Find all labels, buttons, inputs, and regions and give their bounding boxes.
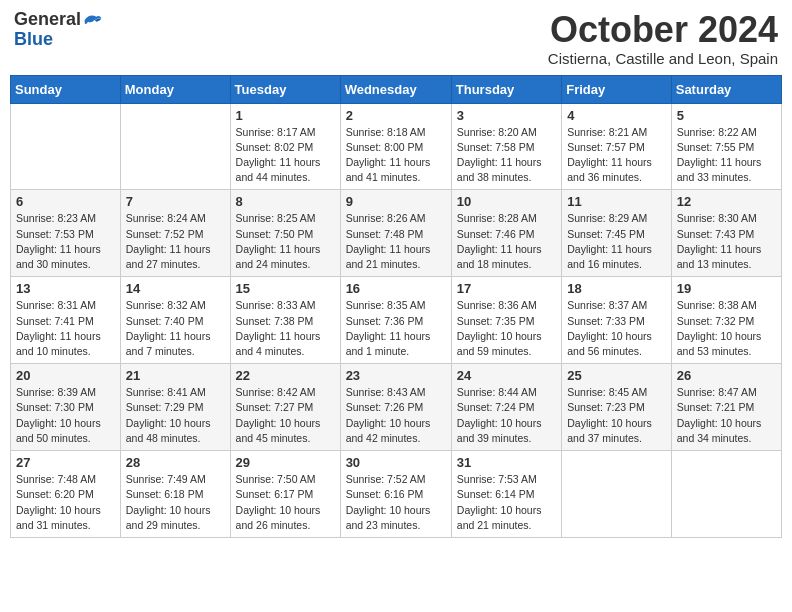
day-number: 23 (346, 368, 446, 383)
day-number: 31 (457, 455, 556, 470)
day-detail: Sunrise: 8:41 AM Sunset: 7:29 PM Dayligh… (126, 385, 225, 446)
day-detail: Sunrise: 7:48 AM Sunset: 6:20 PM Dayligh… (16, 472, 115, 533)
calendar-cell: 2Sunrise: 8:18 AM Sunset: 8:00 PM Daylig… (340, 103, 451, 190)
calendar-week-row: 1Sunrise: 8:17 AM Sunset: 8:02 PM Daylig… (11, 103, 782, 190)
month-title: October 2024 (548, 10, 778, 50)
weekday-header-row: SundayMondayTuesdayWednesdayThursdayFrid… (11, 75, 782, 103)
calendar-cell: 18Sunrise: 8:37 AM Sunset: 7:33 PM Dayli… (562, 277, 672, 364)
weekday-header-tuesday: Tuesday (230, 75, 340, 103)
day-number: 18 (567, 281, 666, 296)
day-number: 16 (346, 281, 446, 296)
day-number: 3 (457, 108, 556, 123)
day-detail: Sunrise: 8:44 AM Sunset: 7:24 PM Dayligh… (457, 385, 556, 446)
calendar-cell: 16Sunrise: 8:35 AM Sunset: 7:36 PM Dayli… (340, 277, 451, 364)
day-detail: Sunrise: 8:23 AM Sunset: 7:53 PM Dayligh… (16, 211, 115, 272)
day-detail: Sunrise: 8:22 AM Sunset: 7:55 PM Dayligh… (677, 125, 776, 186)
day-number: 11 (567, 194, 666, 209)
day-number: 4 (567, 108, 666, 123)
weekday-header-saturday: Saturday (671, 75, 781, 103)
calendar-cell: 25Sunrise: 8:45 AM Sunset: 7:23 PM Dayli… (562, 364, 672, 451)
calendar-cell: 13Sunrise: 8:31 AM Sunset: 7:41 PM Dayli… (11, 277, 121, 364)
day-detail: Sunrise: 7:53 AM Sunset: 6:14 PM Dayligh… (457, 472, 556, 533)
weekday-header-sunday: Sunday (11, 75, 121, 103)
calendar-week-row: 20Sunrise: 8:39 AM Sunset: 7:30 PM Dayli… (11, 364, 782, 451)
day-detail: Sunrise: 7:52 AM Sunset: 6:16 PM Dayligh… (346, 472, 446, 533)
calendar-cell: 6Sunrise: 8:23 AM Sunset: 7:53 PM Daylig… (11, 190, 121, 277)
calendar-cell: 23Sunrise: 8:43 AM Sunset: 7:26 PM Dayli… (340, 364, 451, 451)
day-detail: Sunrise: 7:50 AM Sunset: 6:17 PM Dayligh… (236, 472, 335, 533)
calendar-cell: 21Sunrise: 8:41 AM Sunset: 7:29 PM Dayli… (120, 364, 230, 451)
calendar-cell: 30Sunrise: 7:52 AM Sunset: 6:16 PM Dayli… (340, 451, 451, 538)
day-number: 26 (677, 368, 776, 383)
day-detail: Sunrise: 8:45 AM Sunset: 7:23 PM Dayligh… (567, 385, 666, 446)
day-detail: Sunrise: 8:32 AM Sunset: 7:40 PM Dayligh… (126, 298, 225, 359)
day-number: 14 (126, 281, 225, 296)
day-number: 1 (236, 108, 335, 123)
calendar-cell: 19Sunrise: 8:38 AM Sunset: 7:32 PM Dayli… (671, 277, 781, 364)
day-detail: Sunrise: 8:37 AM Sunset: 7:33 PM Dayligh… (567, 298, 666, 359)
day-detail: Sunrise: 8:24 AM Sunset: 7:52 PM Dayligh… (126, 211, 225, 272)
calendar-cell (11, 103, 121, 190)
logo-text-general: General (14, 10, 81, 30)
calendar-cell: 17Sunrise: 8:36 AM Sunset: 7:35 PM Dayli… (451, 277, 561, 364)
day-detail: Sunrise: 8:17 AM Sunset: 8:02 PM Dayligh… (236, 125, 335, 186)
day-number: 22 (236, 368, 335, 383)
day-detail: Sunrise: 8:35 AM Sunset: 7:36 PM Dayligh… (346, 298, 446, 359)
calendar-cell: 29Sunrise: 7:50 AM Sunset: 6:17 PM Dayli… (230, 451, 340, 538)
calendar-cell: 24Sunrise: 8:44 AM Sunset: 7:24 PM Dayli… (451, 364, 561, 451)
calendar-cell (671, 451, 781, 538)
day-number: 24 (457, 368, 556, 383)
day-detail: Sunrise: 8:28 AM Sunset: 7:46 PM Dayligh… (457, 211, 556, 272)
day-number: 19 (677, 281, 776, 296)
page-header: General Blue October 2024 Cistierna, Cas… (10, 10, 782, 67)
calendar-cell: 5Sunrise: 8:22 AM Sunset: 7:55 PM Daylig… (671, 103, 781, 190)
day-number: 17 (457, 281, 556, 296)
calendar-week-row: 13Sunrise: 8:31 AM Sunset: 7:41 PM Dayli… (11, 277, 782, 364)
day-number: 13 (16, 281, 115, 296)
day-detail: Sunrise: 8:25 AM Sunset: 7:50 PM Dayligh… (236, 211, 335, 272)
day-number: 30 (346, 455, 446, 470)
calendar-cell (120, 103, 230, 190)
day-detail: Sunrise: 8:26 AM Sunset: 7:48 PM Dayligh… (346, 211, 446, 272)
day-number: 2 (346, 108, 446, 123)
calendar-cell: 7Sunrise: 8:24 AM Sunset: 7:52 PM Daylig… (120, 190, 230, 277)
weekday-header-monday: Monday (120, 75, 230, 103)
calendar-cell: 11Sunrise: 8:29 AM Sunset: 7:45 PM Dayli… (562, 190, 672, 277)
day-detail: Sunrise: 8:47 AM Sunset: 7:21 PM Dayligh… (677, 385, 776, 446)
day-detail: Sunrise: 8:43 AM Sunset: 7:26 PM Dayligh… (346, 385, 446, 446)
calendar-cell: 1Sunrise: 8:17 AM Sunset: 8:02 PM Daylig… (230, 103, 340, 190)
location-title: Cistierna, Castille and Leon, Spain (548, 50, 778, 67)
day-number: 7 (126, 194, 225, 209)
day-number: 29 (236, 455, 335, 470)
day-number: 21 (126, 368, 225, 383)
day-number: 6 (16, 194, 115, 209)
weekday-header-thursday: Thursday (451, 75, 561, 103)
calendar-cell: 4Sunrise: 8:21 AM Sunset: 7:57 PM Daylig… (562, 103, 672, 190)
day-detail: Sunrise: 8:18 AM Sunset: 8:00 PM Dayligh… (346, 125, 446, 186)
calendar-cell: 22Sunrise: 8:42 AM Sunset: 7:27 PM Dayli… (230, 364, 340, 451)
day-number: 15 (236, 281, 335, 296)
calendar-table: SundayMondayTuesdayWednesdayThursdayFrid… (10, 75, 782, 538)
calendar-cell: 8Sunrise: 8:25 AM Sunset: 7:50 PM Daylig… (230, 190, 340, 277)
day-detail: Sunrise: 8:21 AM Sunset: 7:57 PM Dayligh… (567, 125, 666, 186)
title-block: October 2024 Cistierna, Castille and Leo… (548, 10, 778, 67)
day-number: 8 (236, 194, 335, 209)
day-detail: Sunrise: 8:31 AM Sunset: 7:41 PM Dayligh… (16, 298, 115, 359)
day-number: 10 (457, 194, 556, 209)
calendar-cell: 3Sunrise: 8:20 AM Sunset: 7:58 PM Daylig… (451, 103, 561, 190)
weekday-header-wednesday: Wednesday (340, 75, 451, 103)
day-detail: Sunrise: 8:38 AM Sunset: 7:32 PM Dayligh… (677, 298, 776, 359)
day-number: 28 (126, 455, 225, 470)
day-number: 27 (16, 455, 115, 470)
weekday-header-friday: Friday (562, 75, 672, 103)
day-detail: Sunrise: 8:33 AM Sunset: 7:38 PM Dayligh… (236, 298, 335, 359)
day-number: 12 (677, 194, 776, 209)
calendar-cell: 27Sunrise: 7:48 AM Sunset: 6:20 PM Dayli… (11, 451, 121, 538)
day-detail: Sunrise: 8:36 AM Sunset: 7:35 PM Dayligh… (457, 298, 556, 359)
calendar-cell: 26Sunrise: 8:47 AM Sunset: 7:21 PM Dayli… (671, 364, 781, 451)
logo-text-blue: Blue (14, 30, 103, 50)
calendar-cell: 12Sunrise: 8:30 AM Sunset: 7:43 PM Dayli… (671, 190, 781, 277)
calendar-cell (562, 451, 672, 538)
calendar-cell: 9Sunrise: 8:26 AM Sunset: 7:48 PM Daylig… (340, 190, 451, 277)
day-number: 25 (567, 368, 666, 383)
